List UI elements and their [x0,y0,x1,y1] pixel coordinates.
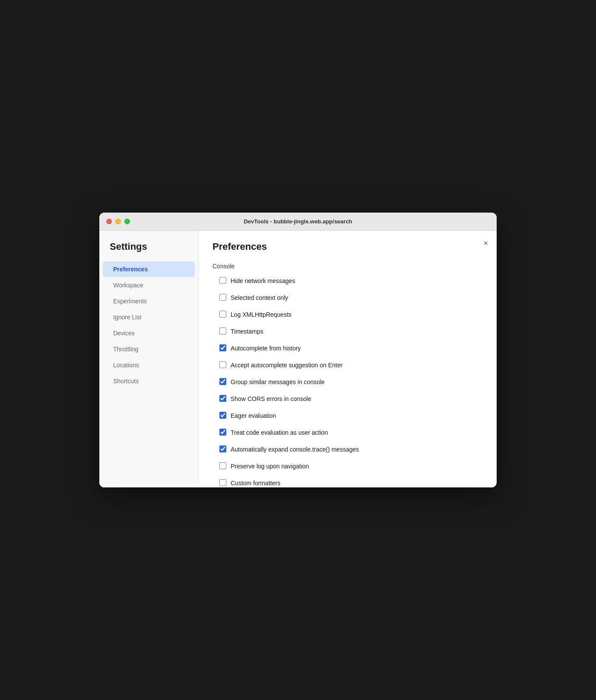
checkbox-item-expand-trace: Automatically expand console.trace() mes… [212,445,490,454]
checkbox-item-eager-eval: Eager evaluation [212,411,490,420]
checkbox-label-timestamps: Timestamps [231,327,263,336]
checkbox-selected-context[interactable] [219,294,226,301]
checkbox-label-selected-context: Selected context only [231,293,288,302]
checkbox-expand-trace[interactable] [219,445,226,452]
checkbox-item-timestamps: Timestamps [212,327,490,336]
settings-content: Settings Preferences Workspace Experimen… [99,231,497,487]
checkbox-item-custom-formatters: Custom formatters [212,479,490,487]
checkbox-item-autocomplete-history: Autocomplete from history [212,344,490,353]
checkbox-custom-formatters[interactable] [219,479,226,486]
checkbox-hide-network[interactable] [219,277,226,284]
sidebar-item-shortcuts[interactable]: Shortcuts [103,373,195,389]
checkbox-label-hide-network: Hide network messages [231,277,295,286]
checkbox-item-hide-network: Hide network messages [212,277,490,286]
checkbox-item-log-xhr: Log XMLHttpRequests [212,310,490,319]
checkbox-preserve-log[interactable] [219,462,226,469]
checkbox-group-similar[interactable] [219,378,226,385]
checkbox-accept-autocomplete[interactable] [219,361,226,368]
checkbox-show-cors[interactable] [219,395,226,402]
checkbox-label-custom-formatters: Custom formatters [231,479,280,487]
sidebar-item-experiments[interactable]: Experiments [103,293,195,309]
checkbox-item-show-cors: Show CORS errors in console [212,395,490,404]
checkbox-label-autocomplete-history: Autocomplete from history [231,344,301,353]
maximize-traffic-light[interactable] [124,219,130,224]
close-traffic-light[interactable] [106,219,112,224]
checkbox-autocomplete-history[interactable] [219,344,226,351]
scroll-area[interactable]: Console Hide network messagesSelected co… [212,263,497,487]
window-title: DevTools - bubble-jingle.web.app/search [244,218,352,225]
sidebar-item-throttling[interactable]: Throttling [103,341,195,357]
settings-heading: Settings [99,241,198,261]
sidebar-item-locations[interactable]: Locations [103,357,195,373]
checkbox-label-log-xhr: Log XMLHttpRequests [231,310,292,319]
checkbox-label-show-cors: Show CORS errors in console [231,395,311,404]
checkbox-log-xhr[interactable] [219,311,226,318]
sidebar-item-devices[interactable]: Devices [103,325,195,341]
titlebar: DevTools - bubble-jingle.web.app/search [99,213,497,231]
sidebar-item-ignore-list[interactable]: Ignore List [103,309,195,325]
page-title: Preferences [212,241,497,252]
checkbox-label-group-similar: Group similar messages in console [231,378,325,387]
checkbox-label-treat-code: Treat code evaluation as user action [231,428,328,437]
sidebar-item-workspace[interactable]: Workspace [103,277,195,293]
checkbox-item-treat-code: Treat code evaluation as user action [212,428,490,437]
checkbox-item-group-similar: Group similar messages in console [212,378,490,387]
sidebar-item-preferences[interactable]: Preferences [103,261,195,277]
close-button[interactable]: × [482,238,490,249]
checkbox-timestamps[interactable] [219,328,226,334]
checkbox-item-accept-autocomplete: Accept autocomplete suggestion on Enter [212,361,490,370]
main-panel: × Preferences Console Hide network messa… [199,231,497,487]
checkbox-item-preserve-log: Preserve log upon navigation [212,462,490,471]
checkbox-label-eager-eval: Eager evaluation [231,411,276,420]
checkbox-label-preserve-log: Preserve log upon navigation [231,462,309,471]
devtools-window: DevTools - bubble-jingle.web.app/search … [99,213,497,487]
checkbox-label-expand-trace: Automatically expand console.trace() mes… [231,445,359,454]
checkbox-eager-eval[interactable] [219,412,226,419]
checkbox-treat-code[interactable] [219,429,226,436]
checkbox-label-accept-autocomplete: Accept autocomplete suggestion on Enter [231,361,342,370]
minimize-traffic-light[interactable] [115,219,121,224]
checkbox-list: Hide network messagesSelected context on… [212,277,490,487]
sidebar: Settings Preferences Workspace Experimen… [99,231,199,487]
console-section-title: Console [212,263,490,270]
checkbox-item-selected-context: Selected context only [212,293,490,302]
